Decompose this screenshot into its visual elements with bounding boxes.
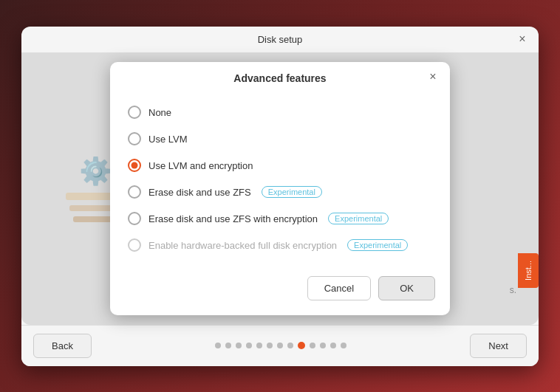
modal-footer: Cancel OK <box>110 270 450 315</box>
radio-zfs-encryption[interactable] <box>128 212 141 225</box>
dot-11 <box>320 343 326 348</box>
modal-close-button[interactable]: × <box>425 69 441 85</box>
label-zfs-encryption: Erase disk and use ZFS with encryption <box>148 213 318 224</box>
label-lvm-encryption: Use LVM and encryption <box>148 160 253 171</box>
main-window-titlebar: Disk setup × <box>21 27 539 53</box>
dot-5 <box>256 343 262 348</box>
badge-zfs: Experimental <box>262 186 322 198</box>
badge-zfs-encryption: Experimental <box>328 213 389 224</box>
option-lvm-encryption: Use LVM and encryption <box>128 152 432 179</box>
dot-2 <box>225 343 231 348</box>
option-none: None <box>128 99 432 125</box>
ok-button[interactable]: OK <box>378 276 435 300</box>
dot-12 <box>330 343 336 348</box>
radio-none[interactable] <box>128 106 141 119</box>
label-none: None <box>148 107 171 118</box>
dot-1 <box>215 343 221 348</box>
main-window: Disk setup × ⚙️ Inst... s. <box>21 27 539 366</box>
dot-10 <box>310 343 315 348</box>
label-zfs: Erase disk and use ZFS <box>148 187 251 198</box>
radio-zfs[interactable] <box>128 185 141 199</box>
radio-hardware-encryption <box>128 238 141 252</box>
cancel-button[interactable]: Cancel <box>307 276 371 300</box>
badge-hardware-encryption: Experimental <box>347 239 408 251</box>
dot-4 <box>246 343 252 348</box>
back-button[interactable]: Back <box>33 334 92 358</box>
label-hardware-encryption: Enable hardware-backed full disk encrypt… <box>148 240 337 251</box>
main-content-area: ⚙️ Inst... s. Advanced features <box>21 53 539 325</box>
background: Disk setup × ⚙️ Inst... s. <box>0 0 560 392</box>
dot-3 <box>236 343 242 348</box>
option-zfs: Erase disk and use ZFS Experimental <box>128 179 432 205</box>
advanced-features-dialog: Advanced features × None Use LVM <box>110 62 450 315</box>
label-lvm: Use LVM <box>148 134 188 145</box>
modal-overlay: Advanced features × None Use LVM <box>21 53 539 325</box>
dot-6 <box>267 343 273 348</box>
main-window-title: Disk setup <box>258 34 303 45</box>
radio-lvm[interactable] <box>128 132 141 145</box>
radio-lvm-encryption[interactable] <box>128 159 141 172</box>
dot-9 <box>298 342 305 349</box>
option-lvm: Use LVM <box>128 125 432 152</box>
bottom-bar: Back Next <box>21 325 539 366</box>
progress-dots <box>215 342 346 349</box>
option-hardware-encryption: Enable hardware-backed full disk encrypt… <box>128 232 432 258</box>
modal-body: None Use LVM Use LVM and encryption <box>110 92 450 270</box>
next-button[interactable]: Next <box>470 334 527 358</box>
dot-7 <box>277 343 283 348</box>
modal-titlebar: Advanced features × <box>110 62 450 92</box>
main-window-close-button[interactable]: × <box>515 32 530 47</box>
modal-title: Advanced features <box>233 72 326 84</box>
dot-8 <box>287 343 293 348</box>
option-zfs-encryption: Erase disk and use ZFS with encryption E… <box>128 205 432 232</box>
dot-13 <box>341 343 346 348</box>
